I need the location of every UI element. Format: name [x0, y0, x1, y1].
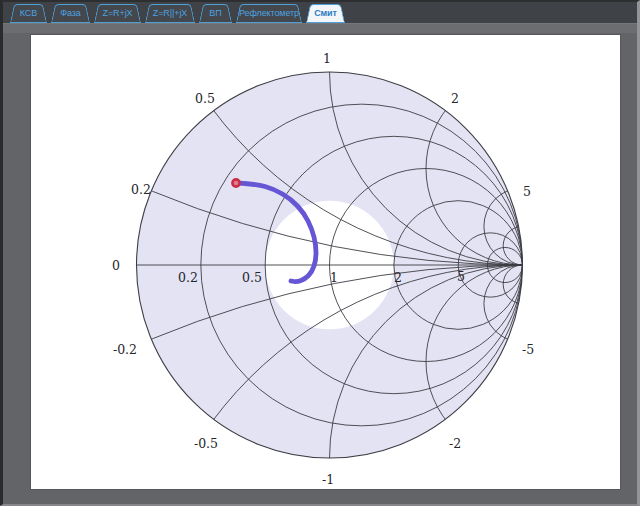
- tab-reflectometer[interactable]: Рефлектометр: [236, 4, 302, 23]
- resistance-axis-label: 5: [457, 269, 465, 284]
- tab-ksv[interactable]: КСВ: [10, 4, 47, 23]
- resistance-axis-label: 0: [112, 258, 120, 273]
- tab-bar: КСВФазаZ=R+jXZ=R||+jXВПРефлектометрСмит: [3, 2, 637, 23]
- tab-label: Z=R||+jX: [153, 9, 187, 18]
- reactance-rim-label: 0.2: [131, 182, 151, 197]
- tab-label: Смит: [314, 9, 337, 18]
- tab-z-r-jx[interactable]: Z=R+jX: [94, 4, 141, 23]
- tab-faza[interactable]: Фаза: [51, 4, 90, 23]
- tab-label: КСВ: [20, 9, 37, 18]
- tab-label: Фаза: [60, 9, 80, 18]
- tab-vp[interactable]: ВП: [199, 4, 232, 23]
- reactance-rim-label: -1: [322, 472, 334, 487]
- resistance-axis-label: 2: [394, 270, 402, 285]
- reactance-rim-label: 0.5: [195, 91, 215, 106]
- reactance-rim-label: -0.5: [194, 436, 218, 451]
- resistance-axis-label: 1: [330, 270, 338, 285]
- tab-label: Z=R+jX: [103, 9, 133, 18]
- reactance-rim-label: 2: [451, 91, 459, 106]
- resistance-axis-label: 0.2: [178, 270, 198, 285]
- resistance-axis-label: 0.5: [242, 270, 262, 285]
- tab-z-r-par-jx[interactable]: Z=R||+jX: [145, 4, 195, 23]
- trajectory-start-marker: [232, 179, 239, 186]
- reactance-rim-label: 5: [523, 184, 531, 199]
- tab-label: ВП: [209, 9, 221, 18]
- reactance-rim-label: -0.2: [113, 342, 137, 357]
- tab-label: Рефлектометр: [239, 9, 299, 18]
- app-window: КСВФазаZ=R+jXZ=R||+jXВПРефлектометрСмит …: [0, 0, 640, 506]
- reactance-rim-label: 1: [323, 51, 331, 66]
- tab-smith[interactable]: Смит: [306, 4, 345, 23]
- smith-chart-svg: 00.20.512510.520.25-0.2-5-0.5-2-1: [31, 35, 620, 489]
- reactance-rim-label: -2: [449, 436, 461, 451]
- titlebar-strip: [3, 23, 637, 33]
- chart-panel: 00.20.512510.520.25-0.2-5-0.5-2-1: [31, 35, 620, 489]
- reactance-rim-label: -5: [522, 342, 534, 357]
